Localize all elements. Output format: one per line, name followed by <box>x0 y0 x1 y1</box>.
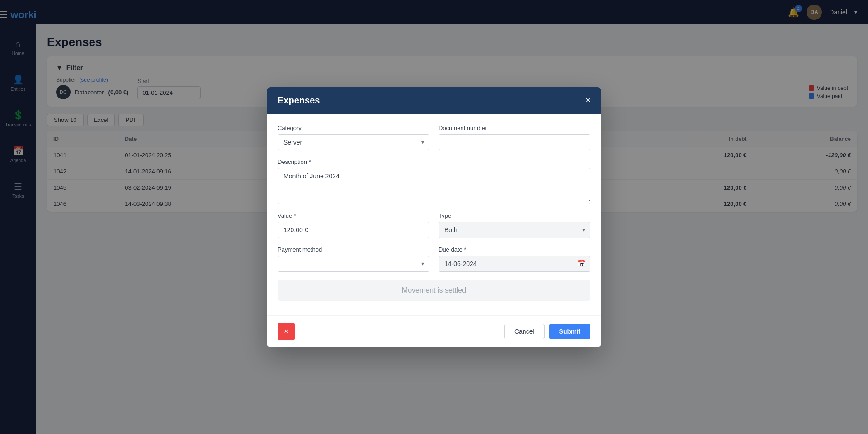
submit-button[interactable]: Submit <box>549 324 590 339</box>
payment-method-select-wrapper: Card Cash Transfer ▾ <box>278 256 429 272</box>
category-select-wrapper: Server Office Travel Other ▾ <box>278 134 429 150</box>
type-select[interactable]: Both Income Expense <box>439 222 590 238</box>
due-date-wrapper: 📅 <box>439 256 590 272</box>
modal-row-4: Payment method Card Cash Transfer ▾ Due … <box>278 246 590 272</box>
description-label: Description * <box>278 159 590 165</box>
payment-method-field: Payment method Card Cash Transfer ▾ <box>278 246 429 272</box>
payment-method-select[interactable]: Card Cash Transfer <box>278 256 429 272</box>
modal-row-3: Value * Type Both Income Expense ▾ <box>278 212 590 238</box>
modal-header: Expenses × <box>267 87 601 114</box>
expenses-modal: Expenses × Category Server Office Travel… <box>267 87 601 347</box>
category-select[interactable]: Server Office Travel Other <box>278 134 429 150</box>
modal-body: Category Server Office Travel Other ▾ Do… <box>267 114 601 315</box>
description-field: Description * Month of June 2024 <box>278 159 590 204</box>
payment-method-label: Payment method <box>278 246 429 253</box>
due-date-label: Due date * <box>439 246 590 253</box>
type-field: Type Both Income Expense ▾ <box>439 212 590 238</box>
type-label: Type <box>439 212 590 219</box>
value-input[interactable] <box>278 222 429 238</box>
footer-actions: Cancel Submit <box>504 324 590 339</box>
type-select-wrapper: Both Income Expense ▾ <box>439 222 590 238</box>
movement-settled-button[interactable]: Movement is settled <box>278 280 590 301</box>
category-label: Category <box>278 125 429 131</box>
modal-row-1: Category Server Office Travel Other ▾ Do… <box>278 125 590 150</box>
modal-footer: × Cancel Submit <box>267 315 601 347</box>
modal-close-button[interactable]: × <box>585 96 590 104</box>
cancel-button[interactable]: Cancel <box>504 324 545 339</box>
document-number-input[interactable] <box>439 134 590 150</box>
due-date-field: Due date * 📅 <box>439 246 590 272</box>
modal-overlay: Expenses × Category Server Office Travel… <box>0 0 868 434</box>
description-textarea[interactable]: Month of June 2024 <box>278 168 590 204</box>
category-field: Category Server Office Travel Other ▾ <box>278 125 429 150</box>
value-field: Value * <box>278 212 429 238</box>
document-number-label: Document number <box>439 125 590 131</box>
document-number-field: Document number <box>439 125 590 150</box>
modal-title: Expenses <box>278 95 320 106</box>
value-label: Value * <box>278 212 429 219</box>
modal-row-2: Description * Month of June 2024 <box>278 159 590 204</box>
delete-button[interactable]: × <box>278 323 295 340</box>
due-date-input[interactable] <box>439 256 590 272</box>
